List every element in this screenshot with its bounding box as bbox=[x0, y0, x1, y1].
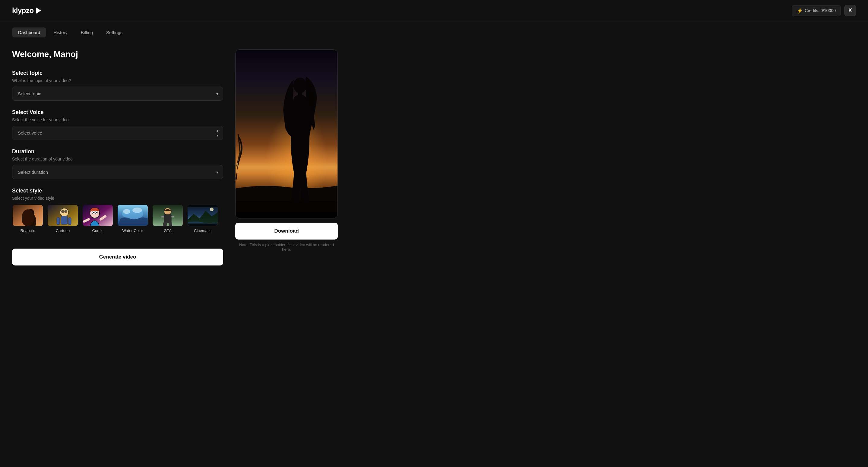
gta-thumb-svg bbox=[153, 205, 183, 226]
tab-dashboard[interactable]: Dashboard bbox=[12, 27, 46, 37]
svg-rect-24 bbox=[164, 215, 171, 223]
duration-select[interactable]: Select duration bbox=[12, 165, 223, 179]
main-content: Welcome, Manoj Select topic What is the … bbox=[0, 37, 868, 278]
topic-title: Select topic bbox=[12, 70, 223, 76]
style-desc: Select your video style bbox=[12, 196, 223, 200]
style-thumb-gta bbox=[153, 205, 183, 226]
logo-play-icon bbox=[36, 7, 41, 13]
svg-point-30 bbox=[210, 208, 214, 211]
style-section: Select style Select your video style bbox=[12, 188, 223, 235]
style-item-gta[interactable]: GTA bbox=[152, 204, 183, 235]
svg-rect-32 bbox=[188, 223, 218, 226]
style-thumb-cinematic bbox=[188, 205, 218, 226]
topic-section: Select topic What is the topic of your v… bbox=[12, 70, 223, 101]
topic-desc: What is the topic of your video? bbox=[12, 78, 223, 83]
topic-select-wrapper: Select topic ▾ bbox=[12, 87, 223, 101]
svg-rect-25 bbox=[161, 216, 164, 218]
svg-point-23 bbox=[164, 208, 171, 215]
style-item-comic[interactable]: Comic bbox=[82, 204, 114, 235]
svg-rect-8 bbox=[57, 218, 60, 225]
credits-badge: ⚡ Credits: 0/10000 bbox=[792, 5, 841, 16]
style-thumb-realistic bbox=[13, 205, 43, 226]
svg-rect-28 bbox=[168, 222, 172, 226]
cartoon-thumb-svg bbox=[48, 205, 78, 226]
header-right: ⚡ Credits: 0/10000 K bbox=[792, 5, 856, 16]
svg-rect-5 bbox=[61, 216, 67, 224]
download-button[interactable]: Download bbox=[235, 223, 338, 240]
logo-text: klypzo bbox=[12, 6, 34, 15]
duration-select-wrapper: Select duration ▾ bbox=[12, 165, 223, 179]
svg-point-17 bbox=[96, 212, 97, 213]
logo: klypzo bbox=[12, 6, 41, 15]
style-item-cinematic[interactable]: Cinematic bbox=[187, 204, 218, 235]
style-thumb-watercolor bbox=[118, 205, 148, 226]
right-panel: Download Note: This is a placeholder, fi… bbox=[235, 50, 338, 266]
svg-rect-38 bbox=[236, 200, 338, 213]
cinematic-thumb-svg bbox=[188, 205, 218, 226]
nav: Dashboard History Billing Settings bbox=[0, 22, 868, 37]
svg-point-4 bbox=[60, 208, 68, 217]
svg-rect-27 bbox=[163, 222, 167, 226]
style-item-realistic[interactable]: Realistic bbox=[12, 204, 43, 235]
voice-title: Select Voice bbox=[12, 109, 223, 116]
style-label-watercolor: Water Color bbox=[121, 228, 145, 235]
duration-section: Duration Select the duration of your vid… bbox=[12, 149, 223, 179]
style-grid: Realistic bbox=[12, 204, 223, 235]
svg-point-36 bbox=[293, 77, 307, 93]
voice-section: Select Voice Select the voice for your v… bbox=[12, 109, 223, 140]
style-label-comic: Comic bbox=[91, 228, 105, 235]
header: klypzo ⚡ Credits: 0/10000 K bbox=[0, 0, 868, 22]
svg-rect-0 bbox=[13, 205, 43, 226]
svg-point-7 bbox=[64, 210, 67, 213]
credits-icon: ⚡ bbox=[797, 8, 803, 13]
credits-label: Credits: 0/10000 bbox=[805, 8, 836, 13]
placeholder-note: Note: This is a placeholder, final video… bbox=[235, 243, 338, 252]
svg-rect-9 bbox=[68, 218, 71, 225]
voice-select-wrapper: Select voice ▴▾ bbox=[12, 126, 223, 140]
style-label-gta: GTA bbox=[162, 228, 174, 235]
style-thumb-cartoon bbox=[48, 205, 78, 226]
tab-billing[interactable]: Billing bbox=[75, 27, 99, 37]
tab-settings[interactable]: Settings bbox=[100, 27, 128, 37]
realistic-thumb-svg bbox=[13, 205, 43, 226]
preview-container bbox=[235, 50, 338, 218]
style-item-cartoon[interactable]: Cartoon bbox=[47, 204, 79, 235]
svg-rect-31 bbox=[188, 205, 218, 207]
tab-history[interactable]: History bbox=[48, 27, 73, 37]
duration-desc: Select the duration of your video bbox=[12, 157, 223, 161]
svg-point-6 bbox=[61, 210, 64, 213]
style-thumb-comic bbox=[83, 205, 113, 226]
welcome-title: Welcome, Manoj bbox=[12, 50, 223, 59]
voice-select[interactable]: Select voice bbox=[12, 126, 223, 140]
voice-desc: Select the voice for your video bbox=[12, 117, 223, 122]
topic-select[interactable]: Select topic bbox=[12, 87, 223, 101]
preview-image bbox=[236, 50, 338, 213]
style-label-realistic: Realistic bbox=[19, 228, 37, 235]
duration-title: Duration bbox=[12, 149, 223, 155]
left-panel: Welcome, Manoj Select topic What is the … bbox=[12, 50, 223, 266]
avatar[interactable]: K bbox=[844, 5, 856, 16]
svg-point-2 bbox=[27, 209, 34, 218]
watercolor-thumb-svg bbox=[118, 205, 148, 226]
style-label-cartoon: Cartoon bbox=[54, 228, 71, 235]
comic-thumb-svg bbox=[83, 205, 113, 226]
style-title: Select style bbox=[12, 188, 223, 194]
style-label-cinematic: Cinematic bbox=[192, 228, 213, 235]
generate-video-button[interactable]: Generate video bbox=[12, 249, 223, 266]
svg-point-16 bbox=[93, 212, 94, 213]
style-item-watercolor[interactable]: Water Color bbox=[117, 204, 148, 235]
svg-rect-26 bbox=[171, 216, 174, 218]
svg-point-21 bbox=[132, 208, 142, 213]
svg-point-20 bbox=[123, 209, 130, 214]
